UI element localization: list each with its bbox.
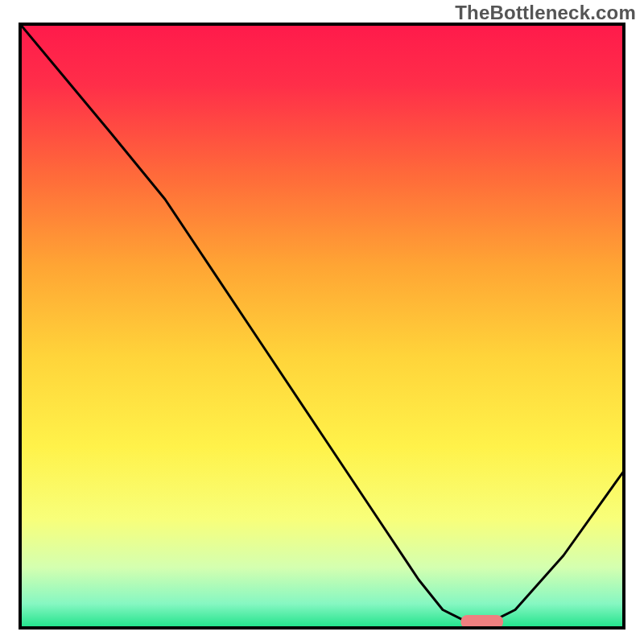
chart-container: { "watermark": "TheBottleneck.com", "cha… <box>0 0 644 644</box>
plot-area <box>20 24 624 629</box>
gradient-background <box>20 24 624 628</box>
bottleneck-chart <box>0 0 644 644</box>
